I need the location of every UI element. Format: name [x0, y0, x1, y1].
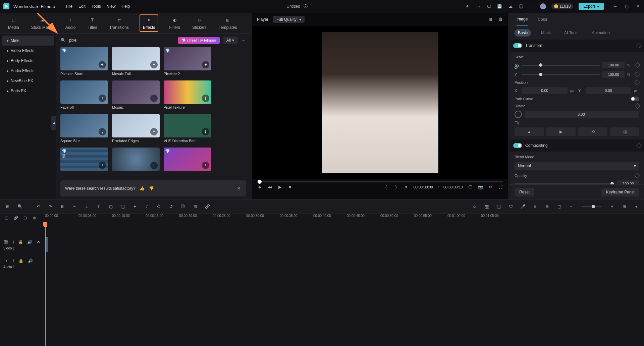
preview-viewport[interactable]: [252, 26, 508, 179]
keyframe-icon[interactable]: [635, 80, 640, 85]
sidebar-item-boris[interactable]: ▸Boris FX: [2, 86, 54, 96]
device-icon[interactable]: ▭: [476, 4, 481, 9]
audio-track[interactable]: ♪1🔒🔊 Audio 1: [0, 254, 644, 273]
menu-file[interactable]: File: [66, 4, 72, 9]
add-track-icon[interactable]: ⊕: [544, 204, 550, 210]
seek-handle[interactable]: [258, 180, 262, 184]
keyframe-panel-button[interactable]: Keyframe Panel: [601, 188, 639, 196]
tab-color[interactable]: Color: [538, 14, 547, 25]
avatar[interactable]: [540, 3, 546, 9]
step-back-icon[interactable]: ◂◂: [267, 184, 272, 190]
sidebar-item-audio-effects[interactable]: ▸Audio Effects: [2, 66, 54, 76]
nav-tab-effects[interactable]: ✦Effects: [140, 14, 158, 32]
stop-icon[interactable]: ■: [287, 184, 292, 190]
menu-view[interactable]: View: [107, 4, 116, 9]
redo-icon[interactable]: ↷: [47, 204, 53, 210]
mixer-icon[interactable]: ≡: [532, 204, 538, 210]
subtab-aitools[interactable]: AI Tools: [561, 29, 582, 37]
mark-in-icon[interactable]: {: [383, 184, 389, 190]
effect-icon[interactable]: ✦: [132, 204, 138, 210]
blend-select[interactable]: Normal▾: [515, 162, 639, 170]
keyframe-icon[interactable]: [636, 43, 642, 49]
text-icon[interactable]: T: [96, 204, 102, 210]
add-icon[interactable]: +: [202, 162, 209, 169]
link-icon[interactable]: 🔗: [204, 204, 210, 210]
zoom-in-icon[interactable]: +: [609, 204, 615, 210]
minimize-icon[interactable]: ─: [612, 4, 618, 9]
add-icon[interactable]: +: [150, 61, 158, 68]
effect-item[interactable]: +Face-off: [60, 80, 108, 109]
effect-item[interactable]: 💎+Pixelate Store: [60, 47, 108, 76]
section-transform[interactable]: Transform: [510, 40, 644, 52]
effect-item[interactable]: 💎受+: [60, 148, 108, 171]
record-icon[interactable]: ◯: [496, 204, 502, 210]
download-icon[interactable]: ⭳: [202, 128, 209, 135]
prev-frame-icon[interactable]: ⏮: [257, 184, 262, 190]
maximize-icon[interactable]: ▢: [624, 4, 629, 9]
promo-banner[interactable]: 💎 r free! Try Filmora: [178, 37, 220, 44]
scale-x-slider[interactable]: [522, 65, 600, 66]
play-icon[interactable]: ▶: [277, 184, 282, 190]
nav-tab-media[interactable]: ▢Media: [7, 14, 20, 32]
add-icon[interactable]: +: [99, 162, 106, 169]
group-icon[interactable]: ⊟: [192, 204, 198, 210]
fit-icon[interactable]: ⊞: [621, 204, 627, 210]
sidebar-item-newblue[interactable]: ▸NewBlue FX: [2, 76, 54, 86]
track-add-icon[interactable]: ▢: [3, 215, 9, 221]
add-icon[interactable]: +: [150, 128, 158, 135]
fullscreen-icon[interactable]: ⛶: [498, 184, 503, 190]
effect-item[interactable]: 💎+Pixelate 2: [164, 47, 211, 76]
effect-item[interactable]: +: [112, 148, 160, 171]
mute-icon[interactable]: 🔊: [27, 239, 33, 245]
headphones-icon[interactable]: 🎧: [519, 4, 524, 9]
effect-item[interactable]: ⭳Square Blur: [60, 114, 108, 143]
nav-tab-stock[interactable]: ☁Stock Media: [30, 14, 55, 32]
color-icon[interactable]: ◯: [120, 204, 126, 210]
nav-tab-stickers[interactable]: ☺Stickers: [191, 14, 208, 32]
nav-tab-audio[interactable]: ♪Audio: [64, 14, 77, 32]
camera-icon[interactable]: 📷: [484, 204, 490, 210]
zoom-tool-icon[interactable]: 🔍: [17, 204, 23, 210]
menu-help[interactable]: Help: [122, 4, 130, 9]
menu-tools[interactable]: Tools: [92, 4, 101, 9]
effect-item[interactable]: +Pixelated Edges: [112, 114, 160, 143]
avatar-tool-icon[interactable]: ☺: [472, 204, 478, 210]
mute-icon[interactable]: 🔊: [28, 258, 34, 264]
track-magnet-icon[interactable]: ⊕: [32, 215, 38, 221]
opacity-input[interactable]: [617, 180, 639, 184]
keyframe-icon[interactable]: [636, 143, 642, 149]
close-icon[interactable]: ✕: [635, 4, 641, 9]
nav-tab-transitions[interactable]: ⇄Transitions: [108, 14, 130, 32]
marker-icon[interactable]: ▢: [556, 204, 562, 210]
effect-item[interactable]: +Mosaic: [112, 80, 160, 109]
chevron-down-icon[interactable]: ▾: [633, 204, 639, 210]
more-icon[interactable]: ⋯: [241, 38, 246, 43]
image-icon[interactable]: 🖼: [498, 17, 503, 22]
scale-x-input[interactable]: [602, 62, 625, 68]
section-compositing[interactable]: Compositing: [510, 139, 644, 152]
credits-pill[interactable]: 11018: [551, 3, 573, 9]
scale-y-input[interactable]: [602, 71, 625, 78]
add-icon[interactable]: +: [99, 61, 106, 68]
sidebar-item-body-effects[interactable]: ▸Body Effects: [2, 56, 54, 66]
link-icon[interactable]: 🔗: [514, 64, 519, 69]
save-icon[interactable]: 💾: [497, 4, 502, 9]
menu-edit[interactable]: Edit: [78, 4, 86, 9]
nav-tab-filters[interactable]: ◐Filters: [168, 14, 181, 32]
compositing-toggle[interactable]: [513, 143, 522, 148]
search-input[interactable]: [69, 38, 163, 43]
pos-x-input[interactable]: [522, 87, 568, 94]
nav-tab-templates[interactable]: ⊞Templates: [217, 14, 238, 32]
speed-icon[interactable]: ⏱: [156, 204, 162, 210]
settings-icon[interactable]: ✂: [488, 184, 493, 190]
thumbs-down-icon[interactable]: 👎: [149, 186, 154, 191]
pos-y-input[interactable]: [586, 87, 631, 94]
timeline-ruler[interactable]: ▢ 🔗 ⊟ ⊕ 00:00:00 00:00:05:00 00:00:10:00…: [0, 214, 644, 222]
rotate-dial[interactable]: [515, 111, 522, 118]
delete-icon[interactable]: 🗑: [59, 204, 65, 210]
snapshot-icon[interactable]: 📷: [478, 184, 483, 190]
subtab-animation[interactable]: Animation: [588, 29, 613, 37]
seek-bar[interactable]: [257, 181, 503, 182]
sidebar-item-mine[interactable]: ▸Mine: [2, 36, 54, 46]
shape-icon[interactable]: ▢: [108, 204, 114, 210]
